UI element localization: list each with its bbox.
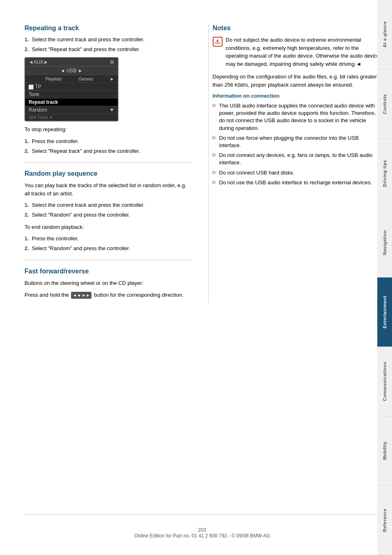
stop-repeating-steps: 1. Press the controller. 2. Select "Repe… [24,138,192,155]
bullet-text: Do not connect USB hard disks. [219,170,294,176]
tp-checkbox [29,85,33,90]
step-item: 1. Press the controller. [24,235,192,242]
bullet-text: Do not use the USB audio interface to re… [219,179,372,186]
fast-forward-text1: Buttons on the steering wheel or on the … [24,279,192,287]
step-text: Press the controller. [32,235,79,242]
bullet-item: Do not use the USB audio interface to re… [213,179,380,186]
sidebar-tab-communications[interactable]: Communications [377,347,392,416]
step-item: 2. Select "Random" and press the control… [24,245,192,252]
step-item: 2. Select "Random" and press the control… [24,211,192,219]
sidebar-tab-driving-tips[interactable]: Driving tips [377,139,392,208]
aux-menu-tp: TP [25,83,118,90]
step-number: 2. [24,46,29,53]
aux-nav-row: Playlists Genres ► [25,75,118,83]
info-connection-title: Information on connection [213,93,380,99]
sidebar-tab-navigation[interactable]: Navigation [377,208,392,278]
random-play-title: Random play sequence [24,170,192,177]
step-text: Select the current track and press the c… [32,202,145,208]
step-text: Select "Random" and press the controller… [32,245,130,251]
stop-repeating-label: To stop repeating: [24,125,192,134]
config-text: Depending on the configuration of the au… [213,73,380,89]
random-play-steps: 1. Select the current track and press th… [24,201,192,219]
tab-label-mobility: Mobility [382,441,387,460]
page-number: 203 [198,527,206,533]
step-text: Select the current track and press the c… [32,36,145,43]
step-number: 1. [24,138,29,145]
fast-forward-text2: Press and hold the ◄◄ ►► button for the … [24,291,192,299]
aux-top-bar: ◄ AUX ► ⚙ [25,58,118,66]
aux-back-arrow: ◄ [29,59,33,65]
tab-label-controls: Controls [382,94,387,114]
step-text: Select "Repeat track" and press the cont… [32,148,140,154]
step-item: 1. Press the controller. [24,138,192,145]
ff-direction-text: button for the corresponding direction. [94,292,183,298]
aux-screen-mockup: ◄ AUX ► ⚙ ◄ USB ► Playlists Genres ► [24,57,118,121]
notes-title: Notes [213,25,380,32]
aux-menu-random: Random ▼ [25,106,118,114]
aux-settings-icon: ⚙ [110,59,114,65]
step-number: 2. [24,245,29,252]
right-column: Notes ⚠ Do not subject the audio device … [208,25,380,303]
edition-text: Online Edition for Part no. 01 41 2 600 … [134,533,270,539]
aux-usb-bar: ◄ USB ► [25,66,118,75]
step-text: Select "Repeat track" and press the cont… [32,46,140,52]
page-footer: 203 Online Edition for Part no. 01 41 2 … [24,515,380,539]
bullet-item: Do not connect USB hard disks. [213,169,380,177]
tab-label-entertainment: Entertainment [382,295,387,328]
repeating-steps: 1. Select the current track and press th… [24,36,192,53]
aux-menu-repeat-track: Repeat track [25,98,118,106]
section-divider [24,260,192,260]
step-text: Select "Random" and press the controller… [32,212,130,218]
sidebar-tabs: At a glance Controls Driving tips Naviga… [377,0,392,555]
press-hold-label: Press and hold the [24,292,69,298]
aux-label: AUX [33,59,44,65]
random-play-intro: You can play back the tracks of the sele… [24,181,192,197]
step-number: 1. [24,201,29,209]
step-number: 2. [24,211,29,219]
aux-forward-arrow: ► [44,59,49,65]
warning-icon: ⚠ [213,37,223,47]
sidebar-tab-entertainment[interactable]: Entertainment [377,278,392,347]
bullet-text: Do not use force when plugging the conne… [219,135,359,148]
step-number: 2. [24,148,29,155]
step-item: 2. Select "Repeat track" and press the c… [24,148,192,155]
tab-label-reference: Reference [382,508,387,532]
step-number: 1. [24,36,29,43]
sidebar-tab-at-a-glance[interactable]: At a glance [377,0,392,69]
ff-button-icon: ◄◄ ►► [71,292,91,299]
step-item: 1. Select the current track and press th… [24,201,192,209]
warning-text: Do not subject the audio device to extre… [226,36,380,68]
step-number: 1. [24,235,29,242]
step-item: 2. Select "Repeat track" and press the c… [24,46,192,53]
fast-forward-title: Fast forward/reverse [24,268,192,275]
section-divider [24,162,192,163]
repeating-track-title: Repeating a track [24,25,192,32]
end-random-steps: 1. Press the controller. 2. Select "Rand… [24,235,192,252]
aux-menu-tone: Tone [25,90,118,98]
left-column: Repeating a track 1. Select the current … [24,25,196,303]
bullet-item: Do not use force when plugging the conne… [213,134,380,149]
sidebar-tab-mobility[interactable]: Mobility [377,416,392,486]
tab-label-driving-tips: Driving tips [382,160,387,187]
aux-menu-track: 004 Track 4 [25,114,118,121]
bullet-item: The USB audio interface supplies the con… [213,102,380,132]
tab-label-navigation: Navigation [382,230,387,255]
step-item: 1. Select the current track and press th… [24,36,192,43]
sidebar-tab-reference[interactable]: Reference [377,486,392,555]
tab-label-at-a-glance: At a glance [382,21,387,47]
sidebar-tab-controls[interactable]: Controls [377,69,392,139]
step-text: Press the controller. [32,138,79,144]
warning-box: ⚠ Do not subject the audio device to ext… [213,36,380,68]
bullet-item: Do not connect any devices, e.g. fans or… [213,152,380,166]
bullet-text: The USB audio interface supplies the con… [219,103,376,131]
connection-bullets: The USB audio interface supplies the con… [213,102,380,186]
tab-label-communications: Communications [382,362,387,401]
bullet-text: Do not connect any devices, e.g. fans or… [219,152,373,166]
end-random-label: To end random playback: [24,223,192,231]
